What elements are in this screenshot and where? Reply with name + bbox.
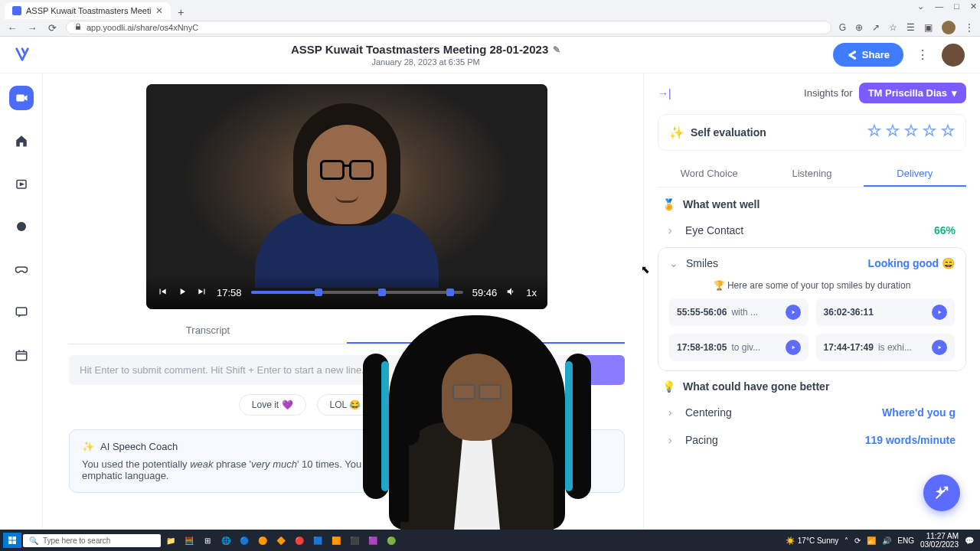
zoom-icon[interactable]: ⊕ xyxy=(855,22,863,33)
bulb-icon: 💡 xyxy=(662,380,675,393)
address-bar[interactable]: app.yoodli.ai/share/os4xNnyC xyxy=(66,21,831,34)
minimize-icon[interactable]: — xyxy=(935,2,943,11)
chip-love[interactable]: Love it 💜 xyxy=(239,394,306,416)
svg-rect-0 xyxy=(16,95,24,102)
mouse-cursor: ⬉ xyxy=(641,263,650,276)
taskbar-clock[interactable]: 11:27 AM 03/02/2023 xyxy=(920,532,959,549)
smile-clip[interactable]: 17:44-17:49is exhi... xyxy=(816,334,956,361)
reload-button[interactable]: ⟳ xyxy=(46,22,58,34)
sparkle-icon: ✨ xyxy=(669,126,684,140)
back-button[interactable]: ← xyxy=(6,22,18,34)
taskbar-weather[interactable]: ☀️ 17°C Sunny xyxy=(786,536,838,545)
nav-calendar[interactable] xyxy=(9,343,34,367)
tab-delivery[interactable]: Delivery xyxy=(864,161,966,187)
nav-library[interactable] xyxy=(9,171,34,196)
metric-centering[interactable]: › Centering Where'd you g xyxy=(658,399,966,426)
play-icon[interactable] xyxy=(932,305,947,320)
close-icon[interactable]: ✕ xyxy=(155,5,163,16)
menu-icon[interactable]: ⋮ xyxy=(965,22,974,33)
metric-eye-contact[interactable]: › Eye Contact 66% xyxy=(658,217,966,244)
tab-word-choice[interactable]: Word Choice xyxy=(658,161,760,187)
tb-chrome[interactable]: 🌐 xyxy=(217,533,234,548)
play-icon[interactable] xyxy=(932,340,947,355)
person-selector[interactable]: TM Priscilla Dias ▾ xyxy=(859,83,966,103)
start-button[interactable] xyxy=(3,533,21,548)
tray-lang[interactable]: ENG xyxy=(897,536,914,545)
nav-record-circle[interactable] xyxy=(9,214,34,239)
taskbar-search[interactable]: 🔍 Type here to search xyxy=(23,534,161,547)
metric-smiles[interactable]: ⌄ Smiles Looking good 😄 xyxy=(669,257,955,269)
star-3[interactable] xyxy=(904,124,918,141)
nav-record[interactable] xyxy=(9,86,34,110)
tb-app-7[interactable]: 🟦 xyxy=(309,533,326,548)
wand-icon: ✨ xyxy=(82,441,94,452)
play-icon[interactable] xyxy=(786,305,801,320)
maximize-icon[interactable]: □ xyxy=(954,2,959,11)
yoodli-logo[interactable] xyxy=(14,46,31,66)
coach-title: AI Speech Coach xyxy=(100,441,178,452)
star-icon[interactable]: ☆ xyxy=(889,22,897,33)
tab-listening[interactable]: Listening xyxy=(760,161,863,187)
star-5[interactable] xyxy=(941,124,955,141)
metric-smiles-card: ⌄ Smiles Looking good 😄 🏆 Here are some … xyxy=(658,247,966,371)
tray-wifi-icon[interactable]: 📶 xyxy=(867,536,876,545)
svg-rect-8 xyxy=(8,541,12,545)
tray-notif-icon[interactable]: 💬 xyxy=(965,536,974,545)
tb-whatsapp[interactable]: 🟢 xyxy=(383,533,400,548)
smile-clip[interactable]: 17:58-18:05to giv... xyxy=(669,334,808,361)
next-button[interactable] xyxy=(197,286,207,299)
tb-app-5[interactable]: 🔶 xyxy=(273,533,289,548)
video-speed[interactable]: 1x xyxy=(526,287,537,298)
video-player[interactable]: 17:58 59:46 1x xyxy=(146,84,547,309)
smile-clip[interactable]: 55:55-56:06with ... xyxy=(669,298,808,326)
tab-favicon xyxy=(12,6,21,15)
profile-avatar[interactable] xyxy=(942,21,956,34)
tray-sync-icon[interactable]: ⟳ xyxy=(854,536,861,545)
new-tab-button[interactable]: + xyxy=(174,5,188,19)
metric-pacing[interactable]: › Pacing 119 words/minute xyxy=(658,426,966,454)
tb-app-6[interactable]: 🔴 xyxy=(291,533,308,548)
tray-up-icon[interactable]: ˄ xyxy=(844,536,848,545)
more-icon[interactable]: ⋮ xyxy=(914,47,931,62)
share-button[interactable]: Share xyxy=(833,43,903,67)
svg-rect-6 xyxy=(8,536,12,540)
user-avatar[interactable] xyxy=(942,44,965,67)
star-4[interactable] xyxy=(923,124,936,141)
play-icon[interactable] xyxy=(786,340,801,355)
prev-button[interactable] xyxy=(157,286,168,299)
tb-app-9[interactable]: ⬛ xyxy=(346,533,363,548)
insights-for-label: Insights for xyxy=(804,87,853,99)
collapse-icon[interactable]: →| xyxy=(658,87,671,99)
magic-fab-button[interactable] xyxy=(923,474,960,511)
play-button[interactable] xyxy=(177,286,188,299)
nav-feedback[interactable] xyxy=(9,300,34,324)
star-1[interactable] xyxy=(867,124,881,141)
svg-point-3 xyxy=(17,222,26,231)
tb-edge[interactable]: 🔵 xyxy=(236,533,253,548)
tb-app-4[interactable]: 🟠 xyxy=(254,533,271,548)
share-icon[interactable]: ↗ xyxy=(872,22,880,33)
nav-games[interactable] xyxy=(9,257,34,282)
smiles-subtitle: 🏆 Here are some of your top smiles by du… xyxy=(669,280,955,291)
tb-app-8[interactable]: 🟧 xyxy=(328,533,345,548)
tb-teams[interactable]: 🟪 xyxy=(364,533,381,548)
tab-transcript[interactable]: Transcript xyxy=(69,317,347,344)
tray-volume-icon[interactable]: 🔊 xyxy=(882,536,891,545)
forward-button[interactable]: → xyxy=(26,22,38,34)
tb-app-1[interactable]: 📁 xyxy=(162,533,179,548)
progress-bar[interactable] xyxy=(251,291,463,294)
edit-icon[interactable]: ✎ xyxy=(553,44,560,55)
tb-app-3[interactable]: ⊞ xyxy=(199,533,216,548)
browser-tab[interactable]: ASSP Kuwait Toastmasters Meeti ✕ xyxy=(5,2,171,19)
smile-clip[interactable]: 36:02-36:11 xyxy=(816,298,956,326)
google-icon[interactable]: G xyxy=(839,22,846,33)
tb-app-2[interactable]: 🧮 xyxy=(181,533,198,548)
nav-home[interactable] xyxy=(9,129,34,153)
self-evaluation-card[interactable]: ✨ Self evaluation xyxy=(658,114,966,151)
star-2[interactable] xyxy=(886,124,900,141)
extensions-icon[interactable]: ▣ xyxy=(924,22,933,33)
volume-icon[interactable] xyxy=(506,286,517,299)
chevron-down-icon[interactable]: ⌄ xyxy=(917,2,924,11)
close-window-icon[interactable]: ✕ xyxy=(970,2,977,11)
reading-list-icon[interactable]: ☰ xyxy=(906,22,915,33)
